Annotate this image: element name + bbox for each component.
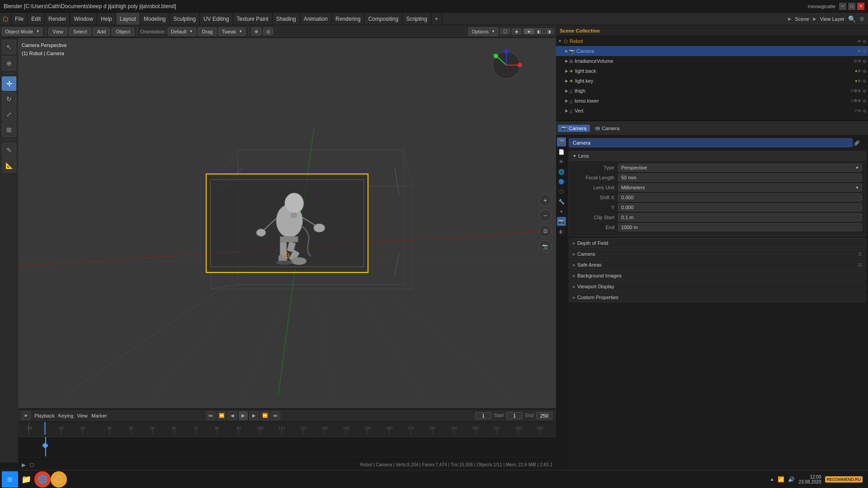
view-layer-selector[interactable]: View Layer (820, 16, 844, 22)
outliner-item-vert[interactable]: ▶ △ Vert ▽ 👁 ⊕ (556, 106, 868, 116)
shift-y-input[interactable]: 0.000 (618, 203, 862, 211)
vert-select-icon[interactable]: ⊕ (863, 108, 866, 113)
end-frame-input[interactable] (536, 412, 552, 419)
prop-icon-view[interactable]: 👁 (557, 157, 566, 166)
zoom-fit-button[interactable]: ⊡ (539, 225, 552, 237)
measure-tool[interactable]: 📐 (2, 158, 16, 173)
prop-tab-camera-data[interactable]: 📹 Camera (591, 125, 623, 132)
xray-button[interactable]: ◈ (512, 28, 522, 34)
timeline-indicator-btn[interactable]: ▶ (22, 411, 31, 420)
rendered-mode-btn[interactable]: ◑ (544, 29, 554, 34)
robot-eye-icon[interactable]: 👁 (857, 39, 862, 44)
viewport-3d[interactable]: Camera Perspective (1) Robot | Camera (18, 38, 556, 408)
irradiance-select-icon[interactable]: ⊕ (863, 59, 866, 64)
move-tool[interactable]: ✛ (2, 76, 16, 91)
marker-label[interactable]: Marker (91, 413, 107, 418)
object-mode-dropdown[interactable]: Object Mode ▼ (2, 28, 42, 36)
current-frame-input[interactable] (475, 412, 491, 419)
lens-type-dropdown[interactable]: Perspective ▼ (618, 164, 862, 172)
search-icon[interactable]: 🔍 (848, 15, 856, 23)
object-menu[interactable]: Object (112, 28, 134, 36)
add-menu[interactable]: Add (93, 28, 110, 36)
depth-of-field-section[interactable]: ▶ Depth of Field (569, 238, 866, 248)
tab-rendering[interactable]: Rendering (332, 13, 364, 25)
thigh-eye-icon[interactable]: 👁 (857, 89, 862, 94)
camera-eye-icon[interactable]: 👁 (857, 49, 862, 54)
tweak-dropdown[interactable]: Tweak ▼ (218, 28, 245, 36)
light-back-eye-icon[interactable]: 👁 (857, 69, 862, 74)
menu-render[interactable]: Render (45, 13, 70, 25)
next-keyframe-button[interactable]: ⏩ (260, 411, 269, 420)
solid-mode-btn[interactable]: ● (524, 29, 534, 34)
proportional-dropdown[interactable]: ◎ (263, 28, 273, 35)
prop-tab-camera-object[interactable]: 📷 Camera (558, 125, 590, 132)
scale-tool[interactable]: ⤢ (2, 107, 16, 122)
tab-modeling[interactable]: Modeling (140, 13, 170, 25)
camera-select-icon[interactable]: ⊕ (863, 49, 866, 54)
rotate-tool[interactable]: ↻ (2, 92, 16, 106)
torso-select-icon[interactable]: ⊕ (863, 99, 866, 103)
play-button[interactable]: ▶ (239, 411, 248, 420)
prev-keyframe-button[interactable]: ⏪ (217, 411, 226, 420)
start-frame-input[interactable] (506, 412, 523, 419)
lens-section-header[interactable]: ▼ Lens (569, 151, 866, 161)
safe-areas-section[interactable]: ▶ Safe Areas ☰ (569, 260, 866, 270)
prop-icon-scene[interactable]: 🌐 (557, 167, 566, 176)
light-key-eye-icon[interactable]: 👁 (857, 79, 862, 84)
view-menu[interactable]: View (48, 28, 67, 36)
tab-scripting[interactable]: Scripting (402, 13, 431, 25)
maximize-button[interactable]: □ (848, 3, 855, 10)
camera-view-button[interactable]: 📷 (539, 240, 552, 253)
transform-tool[interactable]: ⊞ (2, 122, 16, 137)
menu-window[interactable]: Window (70, 13, 97, 25)
camera-section[interactable]: ▶ Camera ☰ (569, 249, 866, 259)
tab-compositing[interactable]: Compositing (364, 13, 402, 25)
background-images-section[interactable]: ▶ Background Images (569, 271, 866, 281)
next-frame-button[interactable]: ▶ (250, 411, 259, 420)
filter-icon[interactable]: ⚙ (859, 16, 864, 22)
outliner-item-light-key[interactable]: ▶ ☀ light.key ♦ 👁 ⊕ (556, 76, 868, 86)
snap-dropdown[interactable]: ⊕ (251, 28, 261, 35)
jump-end-button[interactable]: ⏭ (271, 411, 280, 420)
tab-animation[interactable]: Animation (300, 13, 332, 25)
view-label[interactable]: View (77, 413, 88, 418)
shift-x-input[interactable]: 0.000 (618, 193, 862, 202)
camera-data-link-icon[interactable]: 🔗 (854, 141, 859, 145)
light-back-select-icon[interactable]: ⊕ (863, 69, 866, 74)
robot-select-icon[interactable]: ⊕ (863, 39, 866, 44)
prop-icon-render[interactable]: 🎬 (557, 137, 566, 146)
playback-label[interactable]: Playback (34, 413, 55, 418)
annotate-tool[interactable]: ✎ (2, 143, 16, 157)
minimize-button[interactable]: ─ (839, 3, 846, 10)
thigh-select-icon[interactable]: ⊕ (863, 89, 866, 94)
tab-layout[interactable]: Layout (116, 13, 140, 25)
outliner-item-camera[interactable]: ▶ 📷 Camera 👁 ⊕ (556, 46, 868, 56)
select-menu[interactable]: Select (69, 28, 91, 36)
add-workspace-button[interactable]: + (431, 13, 442, 25)
scene-selector[interactable]: Scene (795, 16, 809, 22)
cursor-tool[interactable]: ⊕ (2, 56, 16, 70)
overlay-button[interactable]: ⬡ (500, 28, 510, 34)
zoom-out-button[interactable]: − (539, 209, 552, 222)
prop-icon-camera[interactable]: 📷 (557, 217, 566, 226)
close-button[interactable]: ✕ (857, 3, 864, 10)
outliner-item-thigh[interactable]: ▶ △ thigh ▽ ⚙ 👁 ⊕ (556, 86, 868, 96)
drag-button[interactable]: Drag (198, 28, 217, 36)
prop-icon-world[interactable]: 🔵 (557, 177, 566, 186)
prop-icon-output[interactable]: 📄 (557, 147, 566, 156)
prop-icon-particles[interactable]: ✦ (557, 207, 566, 216)
options-dropdown[interactable]: Options ▼ (468, 28, 498, 36)
prop-icon-object[interactable]: ⬡ (557, 187, 566, 196)
tab-texture-paint[interactable]: Texture Paint (233, 13, 273, 25)
camera-name-input[interactable] (569, 138, 853, 147)
prop-icon-modifier[interactable]: 🔧 (557, 197, 566, 206)
browser-button[interactable]: 🌐 (34, 471, 51, 488)
zoom-in-button[interactable]: + (539, 194, 552, 206)
explorer-button[interactable]: 📁 (18, 471, 34, 488)
irradiance-eye-icon[interactable]: 👁 (857, 59, 862, 64)
timeline-track[interactable] (18, 436, 556, 456)
orientation-dropdown[interactable]: Default ▼ (168, 28, 196, 36)
start-button[interactable]: ⊞ (2, 471, 18, 488)
material-mode-btn[interactable]: ◐ (534, 29, 544, 34)
navigation-gizmo[interactable]: X Y Z (488, 47, 529, 88)
